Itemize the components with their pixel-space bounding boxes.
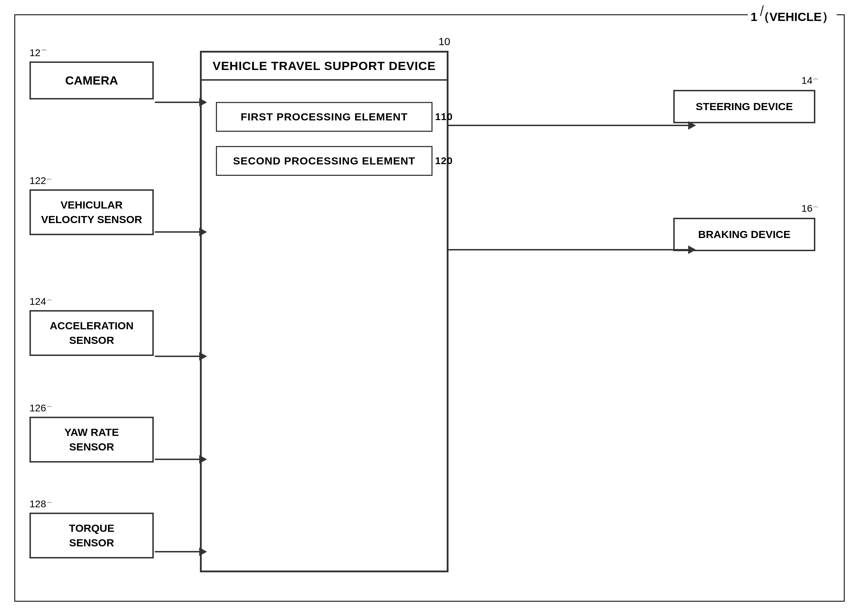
main-device-number: 10	[439, 36, 450, 48]
main-device-title: VEHICLE TRAVEL SUPPORT DEVICE	[202, 53, 447, 81]
braking-box: BRAKING DEVICE	[673, 218, 815, 251]
second-processing-box: SECOND PROCESSING ELEMENT 120	[216, 146, 433, 176]
braking-group: 16⌒ BRAKING DEVICE	[673, 218, 815, 251]
diagram-container: 1（VEHICLE） / VEHICLE TRAVEL SUPPORT DEVI…	[14, 14, 845, 602]
velocity-group: 122⌒ VEHICULARVELOCITY SENSOR	[30, 189, 154, 235]
acceleration-number: 124⌒	[30, 296, 53, 307]
steering-number: 14⌒	[801, 75, 819, 86]
velocity-box: VEHICULARVELOCITY SENSOR	[30, 189, 154, 235]
yaw-group: 126⌒ YAW RATESENSOR	[30, 417, 154, 463]
torque-number: 128⌒	[30, 499, 53, 510]
second-processing-number: 120	[435, 155, 453, 167]
first-processing-box: FIRST PROCESSING ELEMENT 110	[216, 102, 433, 132]
braking-label: BRAKING DEVICE	[698, 228, 790, 240]
velocity-number: 122⌒	[30, 175, 53, 186]
first-processing-number: 110	[435, 111, 453, 123]
steering-box: STEERING DEVICE	[673, 90, 815, 123]
torque-box: TORQUESENSOR	[30, 513, 154, 558]
acceleration-group: 124⌒ ACCELERATIONSENSOR	[30, 310, 154, 356]
braking-number: 16⌒	[801, 203, 819, 214]
steering-group: 14⌒ STEERING DEVICE	[673, 90, 815, 123]
vehicle-bracket: /	[760, 3, 764, 19]
torque-group: 128⌒ TORQUESENSOR	[30, 513, 154, 558]
camera-box: CAMERA	[30, 61, 154, 100]
camera-group: 12⌒ CAMERA	[30, 61, 154, 100]
main-device-box: VEHICLE TRAVEL SUPPORT DEVICE 10 FIRST P…	[200, 51, 448, 572]
yaw-number: 126⌒	[30, 402, 53, 414]
second-processing-label: SECOND PROCESSING ELEMENT	[233, 155, 415, 167]
camera-label: CAMERA	[65, 73, 118, 87]
acceleration-box: ACCELERATIONSENSOR	[30, 310, 154, 356]
camera-number: 12⌒	[30, 47, 48, 59]
yaw-box: YAW RATESENSOR	[30, 417, 154, 463]
first-processing-label: FIRST PROCESSING ELEMENT	[241, 111, 408, 123]
steering-label: STEERING DEVICE	[696, 100, 793, 112]
